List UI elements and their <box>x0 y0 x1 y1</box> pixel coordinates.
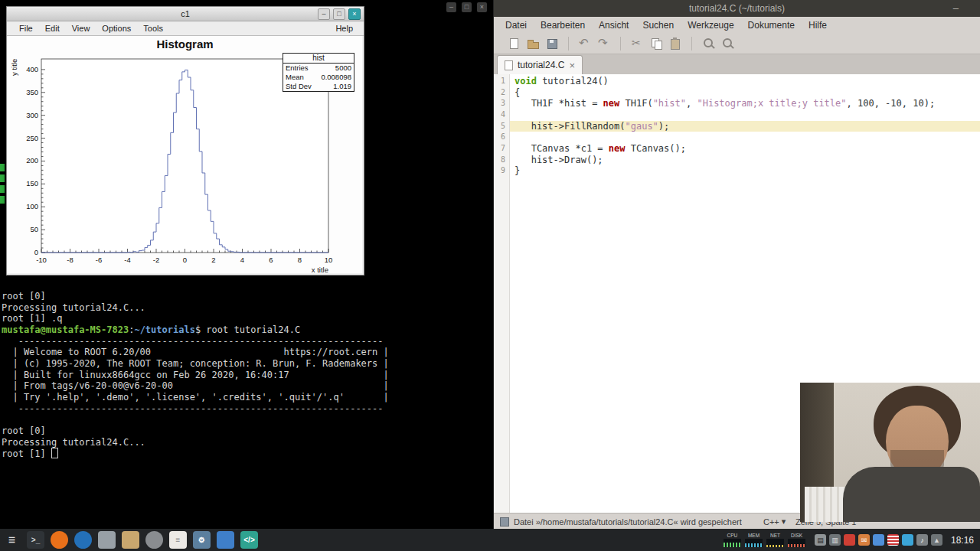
settings-launcher[interactable]: ⚙ <box>193 531 211 549</box>
line-number: 1 <box>494 76 505 87</box>
chat-indicator[interactable] <box>873 534 884 546</box>
background-fragment <box>0 196 5 204</box>
terminal-line <box>2 414 389 425</box>
terminal-line: | (c) 1995-2020, The ROOT Team; concepti… <box>2 358 389 370</box>
root-canvas-window: c1 – □ × FileEditViewOptionsToolsHelp Hi… <box>6 6 364 276</box>
line-number: 2 <box>494 87 505 99</box>
menu-item-datei[interactable]: Datei <box>498 20 534 31</box>
monitor-net[interactable]: NET <box>766 533 785 547</box>
menu-button[interactable]: ☰ <box>3 531 21 549</box>
terminal-maximize-icon[interactable]: □ <box>462 2 472 12</box>
replace-icon[interactable] <box>720 36 735 51</box>
text-editor-launcher[interactable]: ≡ <box>169 531 187 549</box>
terminal-line: root [0] <box>2 425 389 437</box>
gimp-launcher[interactable] <box>145 531 163 549</box>
find-icon[interactable] <box>701 36 716 51</box>
terminal-line: | Try '.help', '.demo', '.license', '.cr… <box>2 392 389 403</box>
open-icon[interactable] <box>525 36 541 51</box>
cut-icon[interactable] <box>629 36 645 51</box>
menu-item-dokumente[interactable]: Dokumente <box>741 20 802 31</box>
menu-item-view[interactable]: View <box>66 21 96 35</box>
root-menubar: FileEditViewOptionsToolsHelp <box>7 21 364 36</box>
menu-item-suchen[interactable]: Suchen <box>635 20 681 31</box>
firefox-launcher[interactable] <box>51 531 68 549</box>
volume-indicator[interactable]: ♪ <box>916 534 928 546</box>
save-icon[interactable] <box>544 36 560 51</box>
root-minimize-icon[interactable]: – <box>318 8 330 20</box>
paste-icon[interactable] <box>668 36 683 51</box>
svg-text:0: 0 <box>183 256 187 264</box>
thunderbird-launcher[interactable] <box>74 531 92 549</box>
language-label: C++ <box>763 517 779 527</box>
line-number: 5 <box>494 121 505 132</box>
menu-item-werkzeuge[interactable]: Werkzeuge <box>681 20 740 31</box>
stat-row: Std Dev1.019 <box>283 82 354 91</box>
tab-tutorial24[interactable]: tutorial24.C × <box>497 55 583 74</box>
svg-text:300: 300 <box>26 111 38 119</box>
statusbar-message: Datei »/home/mustafa/tutorials/tutorial2… <box>514 517 742 527</box>
tab-close-icon[interactable]: × <box>569 60 575 70</box>
keyboard-layout-indicator[interactable]: ▥ <box>829 534 841 546</box>
editor-minimize-icon[interactable]: – <box>953 0 959 17</box>
line-number: 9 <box>494 165 505 177</box>
undo-icon[interactable] <box>577 36 593 51</box>
line-number: 8 <box>494 155 505 166</box>
taskbar-app-icons: ☰>_≡⚙</> <box>0 531 258 549</box>
monitor-mem[interactable]: MEM <box>744 533 763 547</box>
menu-item-file[interactable]: File <box>13 21 39 35</box>
editor-menubar: DateiBearbeitenAnsichtSuchenWerkzeugeDok… <box>494 17 980 34</box>
notification-indicator[interactable] <box>844 534 855 546</box>
svg-text:150: 150 <box>26 179 38 187</box>
root-window-titlebar[interactable]: c1 – □ × <box>7 7 364 21</box>
terminal-line: ----------------------------------------… <box>2 403 389 415</box>
software-launcher[interactable] <box>217 531 234 549</box>
menu-item-hilfe[interactable]: Hilfe <box>802 20 834 31</box>
webcam-overlay <box>800 383 980 522</box>
menu-item-options[interactable]: Options <box>96 21 137 35</box>
menu-item-ansicht[interactable]: Ansicht <box>592 20 635 31</box>
editor-titlebar[interactable]: tutorial24.C (~/tutorials) – <box>494 0 980 17</box>
ide-launcher[interactable]: </> <box>240 531 258 549</box>
menu-item-bearbeiten[interactable]: Bearbeiten <box>534 20 592 31</box>
svg-text:-6: -6 <box>96 256 102 264</box>
code-line-2: 2{ <box>510 87 980 99</box>
terminal-output: root [0]Processing tutorial24.C...root [… <box>2 291 389 459</box>
terminal-cursor <box>51 448 58 458</box>
clipboard-indicator[interactable]: ▤ <box>815 534 826 546</box>
copy-icon[interactable] <box>648 36 664 51</box>
terminal-launcher[interactable]: >_ <box>27 531 44 549</box>
clock[interactable]: 18:16 <box>946 535 974 546</box>
app-launcher[interactable] <box>98 531 116 549</box>
monitor-cpu[interactable]: CPU <box>723 533 742 547</box>
terminal-line: root [1] .q <box>2 313 389 324</box>
mail-indicator[interactable]: ✉ <box>858 534 870 546</box>
language-selector[interactable]: C++ ▾ <box>763 517 786 527</box>
terminal-minimize-icon[interactable]: – <box>446 2 456 12</box>
security-indicator[interactable] <box>902 534 913 546</box>
line-number: 4 <box>494 109 505 121</box>
terminal-line: ----------------------------------------… <box>2 336 389 347</box>
flag-indicator[interactable] <box>887 534 899 546</box>
terminal-line: root [0] <box>2 291 389 302</box>
terminal-line: Processing tutorial24.C... <box>2 437 389 448</box>
network-indicator[interactable]: ▲ <box>931 534 942 546</box>
root-maximize-icon[interactable]: □ <box>333 8 345 20</box>
code-line-9: 9} <box>510 165 980 177</box>
menu-item-tools[interactable]: Tools <box>137 21 169 35</box>
new-icon[interactable] <box>506 36 521 51</box>
menu-item-edit[interactable]: Edit <box>39 21 66 35</box>
root-close-icon[interactable]: × <box>348 8 361 20</box>
files-launcher[interactable] <box>122 531 139 549</box>
taskbar: ☰>_≡⚙</> CPUMEMNETDISK ▤▥✉♪▲ 18:16 <box>0 529 980 551</box>
menu-item-help[interactable]: Help <box>329 21 359 35</box>
redo-icon[interactable] <box>596 36 612 51</box>
background-fragment <box>0 174 5 182</box>
editor-window-title: tutorial24.C (~/tutorials) <box>689 3 785 14</box>
terminal-close-icon[interactable]: × <box>477 2 487 12</box>
svg-text:350: 350 <box>26 88 38 96</box>
monitor-disk[interactable]: DISK <box>787 533 806 547</box>
toolbar-separator <box>620 37 621 51</box>
terminal-line: mustafa@mustafa-MS-7823:~/tutorials$ roo… <box>2 324 389 336</box>
person-torso <box>843 467 980 522</box>
root-canvas-area[interactable]: Histogram -10-8-6-4-20246810050100150200… <box>7 36 362 273</box>
